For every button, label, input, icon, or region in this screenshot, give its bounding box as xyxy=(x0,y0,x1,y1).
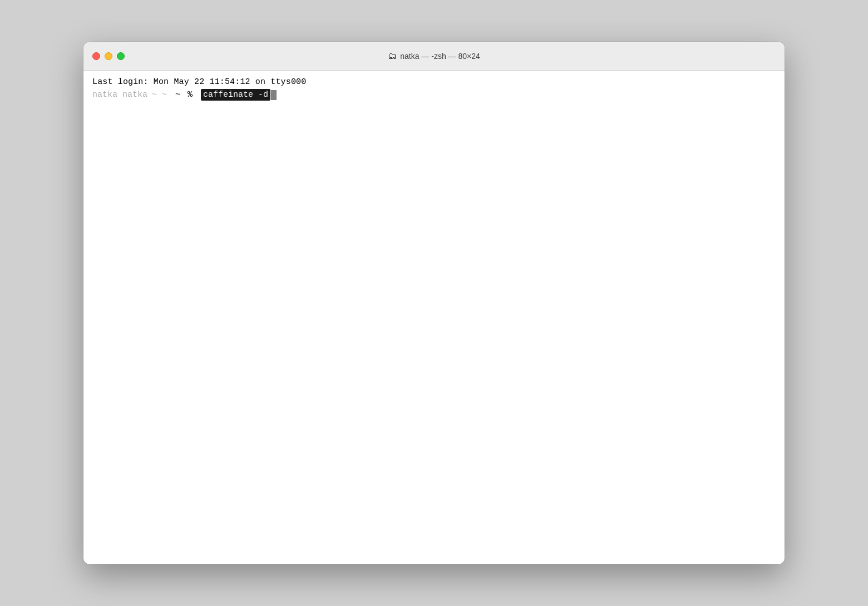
terminal-window: 🗂 natka — -zsh — 80×24 Last login: Mon M… xyxy=(83,42,785,564)
close-button[interactable] xyxy=(92,52,100,60)
prompt-symbol: % xyxy=(188,90,198,100)
title-bar: 🗂 natka — -zsh — 80×24 xyxy=(83,42,785,71)
command-text: caffeinate -d xyxy=(201,89,270,101)
maximize-button[interactable] xyxy=(117,52,125,60)
terminal-cursor xyxy=(271,90,277,100)
prompt-tilde: ~ xyxy=(170,90,185,100)
window-title-area: 🗂 natka — -zsh — 80×24 xyxy=(388,51,480,61)
traffic-lights xyxy=(92,52,125,60)
terminal-body[interactable]: Last login: Mon May 22 11:54:12 on ttys0… xyxy=(83,71,785,564)
prompt-user: natka natka xyxy=(92,90,147,100)
prompt-path: ~ ~ xyxy=(152,90,167,100)
minimize-button[interactable] xyxy=(105,52,112,60)
window-title: natka — -zsh — 80×24 xyxy=(400,52,480,61)
last-login-line: Last login: Mon May 22 11:54:12 on ttys0… xyxy=(92,77,776,87)
prompt-line: natka natka ~ ~ ~ % caffeinate -d xyxy=(92,89,776,101)
folder-icon: 🗂 xyxy=(388,51,397,61)
